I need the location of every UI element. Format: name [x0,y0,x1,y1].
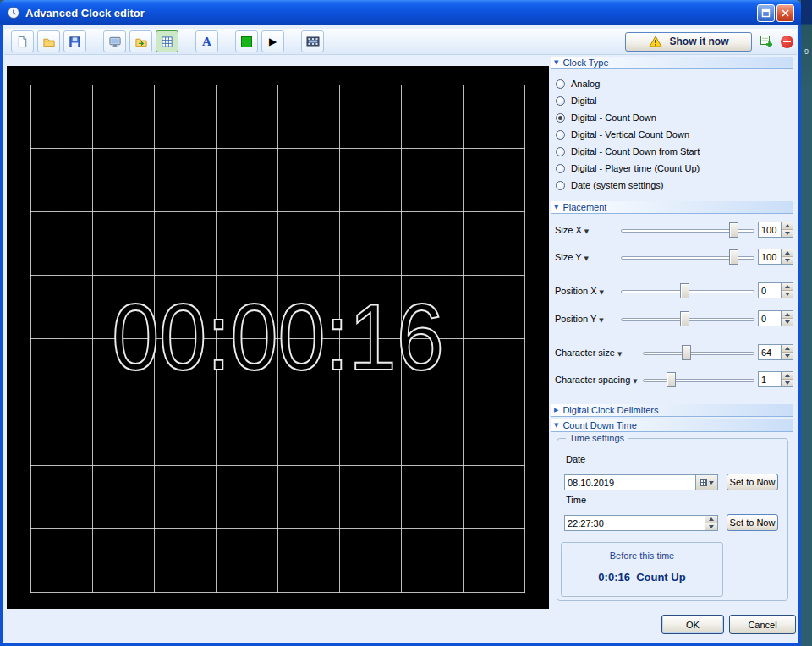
slider-thumb[interactable] [682,345,691,360]
size-y-spinbox[interactable]: 100 [758,249,793,265]
slider-label[interactable]: Character spacing [555,375,630,385]
slider-label[interactable]: Size X [555,225,582,235]
slider-label[interactable]: Size Y [555,252,582,262]
close-button[interactable] [776,4,794,22]
section-header-placement[interactable]: ▼ Placement [551,201,793,214]
slider-thumb[interactable] [729,222,738,238]
slider-thumb[interactable] [667,372,676,387]
date-input[interactable] [565,475,695,490]
slider-label[interactable]: Position X [555,286,597,296]
position-y-spinbox[interactable]: 0 [758,310,793,326]
character-spacing-slider[interactable] [643,371,754,388]
spin-value[interactable]: 64 [759,345,781,359]
spin-down-button[interactable] [782,380,793,386]
radio-analog[interactable]: Analog [556,78,600,90]
display-button[interactable] [103,30,126,52]
spin-value[interactable]: 0 [759,311,781,326]
slider-label[interactable]: Character size [555,348,615,358]
play-button[interactable]: ▶ [261,30,284,52]
add-button[interactable] [760,35,773,48]
character-spacing-spinbox[interactable]: 1 [758,371,793,387]
before-this-time-box: Before this time 0:0:16 Count Up [561,542,723,597]
slider-thumb[interactable] [729,249,738,265]
time-up-button[interactable] [705,516,717,523]
film-icon [306,36,320,47]
spin-value[interactable]: 100 [759,222,781,237]
spin-value[interactable]: 100 [759,249,781,264]
spin-value[interactable]: 1 [759,372,781,386]
grid-toggle-button[interactable] [156,30,178,52]
radio-digital-count-down[interactable]: Digital - Count Down [556,112,656,123]
character-size-spinbox[interactable]: 64 [758,344,793,360]
position-y-slider[interactable] [621,310,754,327]
spin-up-button[interactable] [782,222,793,230]
import-button[interactable] [129,30,152,52]
radio-date-system[interactable]: Date (system settings) [556,179,663,191]
time-field[interactable] [564,515,718,531]
spin-value[interactable]: 0 [759,283,781,298]
ok-label: OK [686,620,700,630]
clock-text[interactable]: 00:00:16 [55,282,501,391]
spin-up-button[interactable] [782,249,793,257]
set-time-to-now-button[interactable]: Set to Now [727,514,778,531]
color-button[interactable] [235,30,258,52]
window-title: Advanced Clock editor [25,7,752,19]
position-x-slider[interactable] [621,282,754,299]
maximize-button[interactable] [757,4,775,22]
remove-button[interactable] [781,36,793,48]
time-input[interactable] [565,516,705,530]
size-y-slider[interactable] [621,249,754,266]
background-strip: 9 [801,0,812,646]
character-size-slider[interactable] [643,344,754,361]
radio-player-time[interactable]: Digital - Player time (Count Up) [556,162,700,174]
slider-track[interactable] [643,352,754,355]
font-button[interactable]: A [195,30,218,52]
radio-digital[interactable]: Digital [556,95,597,107]
arrow-up-icon [709,517,714,521]
section-title: Digital Clock Delimiters [562,405,658,415]
radio-count-down-from-start[interactable]: Digital - Count Down from Start [556,145,700,157]
spin-down-button[interactable] [782,353,793,359]
chevron-down-icon: ▼ [554,422,558,429]
size-x-spinbox[interactable]: 100 [758,222,793,238]
spin-down-button[interactable] [782,257,793,264]
arrow-up-icon [785,285,790,288]
slider-thumb[interactable] [680,311,689,326]
clock-preview: 00:00:16 [7,66,549,609]
size-x-slider[interactable] [621,222,754,238]
date-picker-button[interactable] [695,475,717,490]
spin-up-button[interactable] [782,283,793,291]
date-field[interactable] [564,474,718,490]
arrow-down-icon [709,525,714,528]
section-title: Placement [562,202,606,212]
ok-button[interactable]: OK [661,615,724,634]
spin-up-button[interactable] [782,345,793,353]
open-button[interactable] [37,30,60,52]
set-date-to-now-button[interactable]: Set to Now [727,474,778,490]
spin-down-button[interactable] [782,230,793,237]
new-file-button[interactable] [11,30,34,52]
radio-label: Digital - Vertical Count Down [571,129,689,140]
group-label: Time settings [566,433,628,443]
time-down-button[interactable] [705,523,717,530]
radio-digital-vertical-count-down[interactable]: Digital - Vertical Count Down [556,129,689,140]
capture-button[interactable] [301,30,324,52]
arrow-down-icon [709,481,714,484]
spin-up-button[interactable] [782,311,793,319]
section-header-count-down-time[interactable]: ▼ Count Down Time [551,419,793,432]
spin-down-button[interactable] [782,291,793,298]
slider-thumb[interactable] [680,283,689,298]
position-x-spinbox[interactable]: 0 [758,282,793,298]
new-file-icon [16,36,29,48]
section-header-clock-type[interactable]: ▼ Clock Type [551,57,793,69]
cancel-button[interactable]: Cancel [729,615,796,634]
section-header-delimiters[interactable]: ▶ Digital Clock Delimiters [551,404,793,417]
save-button[interactable] [63,30,86,52]
slider-track[interactable] [643,379,754,382]
spin-up-button[interactable] [782,372,793,380]
titlebar[interactable]: Advanced Clock editor [0,0,801,25]
slider-label[interactable]: Position Y [555,314,596,324]
show-it-now-button[interactable]: Show it now [625,32,752,52]
calendar-icon [700,479,707,486]
spin-down-button[interactable] [782,319,793,326]
